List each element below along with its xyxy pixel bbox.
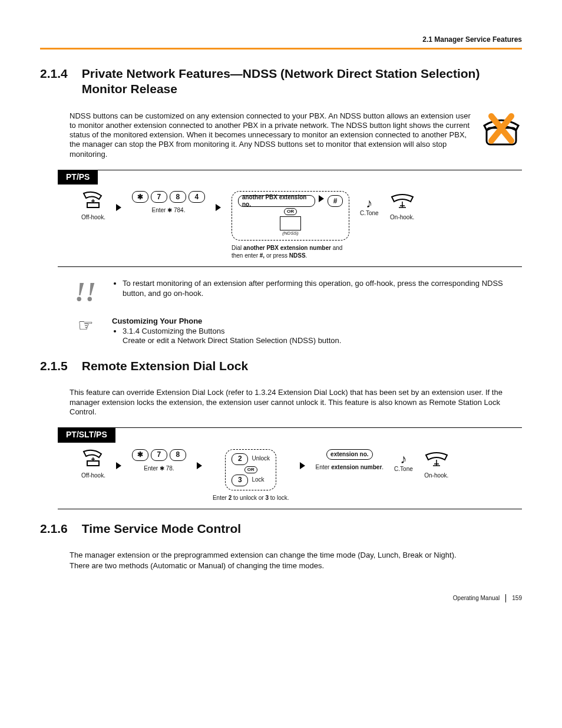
heading-214: 2.1.4 Private Network Features—NDSS (Net…	[40, 66, 522, 97]
confirmation-tone: ♪ C.Tone	[394, 453, 413, 473]
step-caption: Enter extension number.	[316, 463, 384, 471]
key-3-icon: 3	[232, 475, 248, 486]
diagram-214: PT/PS Off-hook. ✱ 7 8 4 Enter ✱ 784.	[58, 170, 522, 268]
key-7-icon: 7	[151, 449, 167, 461]
diagram-label: PT/PS	[58, 170, 98, 185]
section-reference: 2.1 Manager Service Features	[422, 35, 522, 44]
arrow-icon	[197, 462, 202, 469]
page-number: 159	[512, 595, 522, 602]
step-ext-no: extension no. Enter extension number.	[316, 449, 384, 472]
manual-name: Operating Manual	[453, 595, 500, 602]
step-enter-code: ✱ 7 8 4 Enter ✱ 784.	[132, 191, 205, 214]
heading-number: 2.1.6	[40, 521, 68, 536]
step-offhook: Off-hook.	[81, 191, 105, 221]
p1-216: The manager extension or the preprogramm…	[40, 551, 522, 560]
p2-216: There are two methods (Automatic or Manu…	[40, 561, 522, 571]
note-text: To restart monitoring of an extension af…	[123, 279, 522, 298]
custom-bullet: 3.1.4 Customizing the Buttons Create or …	[123, 327, 522, 346]
step-caption: Enter ✱ 784.	[151, 206, 185, 214]
option-ext-no: another PBX extension no.	[238, 195, 315, 207]
step-lock-option: 2 Unlock OR 3 Lock Enter 2 to unlock or …	[213, 449, 289, 502]
music-note-icon: ♪	[400, 453, 406, 466]
key-star-icon: ✱	[132, 449, 148, 461]
footer-separator	[505, 594, 506, 602]
key-8-icon: 8	[170, 191, 186, 203]
ctone-label: C.Tone	[394, 466, 413, 473]
ctone-label: C.Tone	[360, 210, 379, 218]
key-4-icon: 4	[189, 191, 205, 203]
heading-215: 2.1.5 Remote Extension Dial Lock	[40, 358, 522, 374]
heading-title: Time Service Mode Control	[82, 521, 522, 536]
page-header: 2.1 Manager Service Features	[40, 35, 522, 50]
step-caption: Off-hook.	[81, 213, 105, 221]
handset-onhook-icon	[424, 449, 449, 468]
ndss-caption: (NDSS)	[282, 230, 299, 236]
pointing-hand-icon: ☞	[78, 317, 94, 334]
page-footer: Operating Manual 159	[40, 594, 522, 602]
intro-text: NDSS buttons can be customized on any ex…	[70, 111, 474, 159]
or-label: OR	[284, 208, 297, 215]
lock-label: Lock	[252, 476, 264, 484]
arrow-icon	[116, 204, 121, 211]
heading-title: Remote Extension Dial Lock	[82, 358, 522, 374]
note-restart: !! To restart monitoring of an extension…	[40, 279, 522, 306]
arrow-icon	[300, 462, 305, 469]
intro-214: NDSS buttons can be customized on any ex…	[40, 111, 522, 159]
diagram-label: PT/SLT/PS	[58, 427, 115, 443]
unlock-label: Unlock	[252, 455, 270, 463]
heading-title: Private Network Features—NDSS (Network D…	[82, 66, 522, 97]
step-dial-option: another PBX extension no. # OR (NDSS) Di…	[232, 191, 349, 259]
step-caption: On-hook.	[390, 213, 414, 221]
svg-rect-2	[87, 461, 99, 466]
svg-rect-1	[87, 203, 99, 207]
confirmation-tone: ♪ C.Tone	[360, 197, 379, 218]
arrow-icon	[216, 204, 221, 211]
handset-offhook-icon	[81, 191, 105, 210]
ext-no-field: extension no.	[326, 449, 372, 460]
exclamation-icon: !!	[75, 279, 96, 306]
step-caption: Off-hook.	[81, 472, 105, 479]
heading-216: 2.1.6 Time Service Mode Control	[40, 521, 522, 536]
handset-onhook-icon	[389, 191, 415, 210]
step-onhook: On-hook.	[389, 191, 415, 221]
step-caption: Enter 2 to unlock or 3 to lock.	[213, 494, 289, 502]
note-customizing: ☞ Customizing Your Phone 3.1.4 Customizi…	[40, 317, 522, 348]
arrow-icon	[116, 462, 121, 469]
phone-x-icon	[481, 111, 522, 153]
step-caption: Enter ✱ 78.	[144, 465, 174, 472]
heading-number: 2.1.4	[40, 66, 68, 97]
key-7-icon: 7	[151, 191, 167, 203]
step-offhook: Off-hook.	[81, 449, 105, 479]
step-caption: On-hook.	[424, 472, 448, 479]
key-2-icon: 2	[232, 453, 248, 465]
heading-number: 2.1.5	[40, 358, 68, 374]
key-8-icon: 8	[170, 449, 186, 461]
music-note-icon: ♪	[366, 197, 372, 210]
or-label: OR	[244, 466, 257, 473]
arrow-icon	[319, 195, 324, 202]
key-hash-icon: #	[328, 195, 343, 207]
handset-offhook-icon	[81, 449, 105, 468]
step-enter-code: ✱ 7 8 Enter ✱ 78.	[132, 449, 186, 472]
intro-215: This feature can override Extension Dial…	[40, 388, 522, 417]
diagram-215: PT/SLT/PS Off-hook. ✱ 7 8 Enter ✱ 78.	[58, 427, 522, 509]
step-onhook: On-hook.	[424, 449, 449, 479]
custom-title: Customizing Your Phone	[112, 317, 202, 325]
key-star-icon: ✱	[132, 191, 148, 203]
ndss-button-icon	[280, 216, 301, 230]
step-caption: Dial another PBX extension number and th…	[232, 244, 349, 259]
